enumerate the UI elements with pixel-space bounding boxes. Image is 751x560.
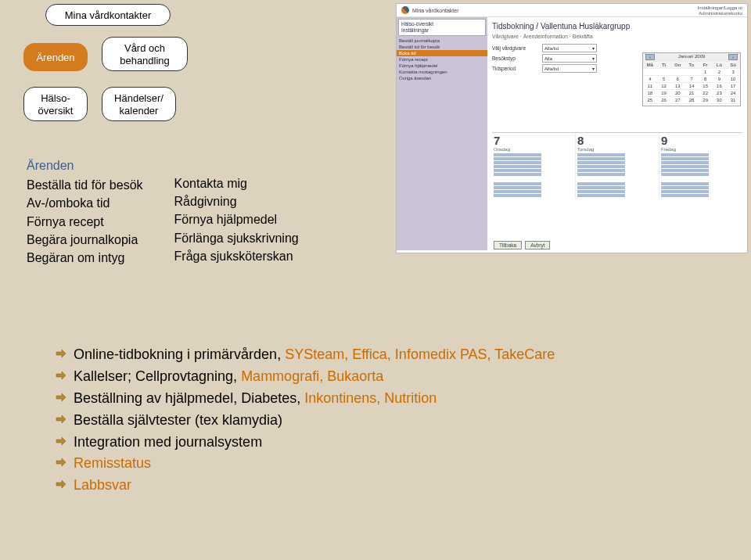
shot-buttons: Tillbaka Avbryt <box>494 241 742 249</box>
bullet-text: Beställa självtester (tex klamydia) <box>74 410 282 432</box>
sitemap-node-halso: Hälso- översikt <box>23 87 88 121</box>
bullet-row: Remisstatus <box>55 453 555 475</box>
sitemap-root: Mina vårdkontakter <box>45 4 171 26</box>
bullet-row: Labbsvar <box>55 475 555 497</box>
bullet-text: Labbsvar <box>74 475 131 497</box>
side-item: Förnya hjälpmedel <box>397 63 487 69</box>
chevron-down-icon: ▾ <box>592 56 595 61</box>
shot-sub: Vårdgivare · Ärendeinformation · Bekräft… <box>492 34 742 39</box>
arrow-bullet-icon <box>55 393 66 404</box>
bullet-row: Beställning av hjälpmedel, Diabetes, Ink… <box>55 388 555 410</box>
sitemap-node-vard: Vård och behandling <box>102 37 188 71</box>
bullet-text: Kallelser; Cellprovtagning, Mammografi, … <box>74 366 383 388</box>
day-column: 7 Onsdag <box>492 133 576 199</box>
shot-header: Mina vårdkontakter <box>397 4 747 17</box>
side-item: Kontakta mottagningen <box>397 69 487 75</box>
chevron-down-icon: ▾ <box>592 66 595 71</box>
menu-item: Begäran om intyg <box>27 249 143 267</box>
form-label: Välj vårdgivare <box>492 45 539 51</box>
shot-body: Hälso-översiktInställningar Beställ jour… <box>397 17 747 250</box>
day-column: 8 Torsdag <box>576 133 659 199</box>
cal-next[interactable]: › <box>728 54 738 60</box>
menu-item: Förnya hjälpmedel <box>174 210 299 228</box>
arrow-bullet-icon <box>55 480 66 491</box>
bullet-text: Integration med journalsystem <box>74 432 262 454</box>
bullet-row: Integration med journalsystem <box>55 432 555 454</box>
day-num: 8 <box>577 134 657 147</box>
sitemap-label: Ärenden <box>36 52 74 63</box>
day-columns: 7 Onsdag 8 Torsdag 9 Fredag <box>492 132 742 199</box>
bullet-row: Online-tidbokning i primärvården, SYStea… <box>55 344 555 366</box>
side-item: Beställ tid för besök <box>397 44 487 50</box>
form-row: Välj vårdgivare Alla/tid ▾ <box>492 44 742 52</box>
menu-item: Förnya recept <box>27 213 143 231</box>
logo-icon <box>401 6 409 14</box>
side-item: Övriga ärenden <box>397 75 487 81</box>
sitemap-label: Vård och behandling <box>120 42 170 66</box>
day-name: Fredag <box>661 147 741 152</box>
select-value: Alla <box>544 56 552 61</box>
sitemap-label: Hälso- översikt <box>38 92 74 117</box>
side-block: Hälso-översiktInställningar <box>398 19 486 36</box>
menu-item: Begära journalkopia <box>27 231 143 249</box>
menu-item: Förlänga sjukskrivning <box>174 229 299 247</box>
day-name: Onsdag <box>494 147 573 152</box>
cal-grid: MåTiOnToFrLöSö12345678910111213141516171… <box>643 61 740 106</box>
btn-label: Avbryt <box>530 242 544 248</box>
day-num: 7 <box>494 134 573 147</box>
arrow-bullet-icon <box>55 415 66 426</box>
bullet-text: Remisstatus <box>74 453 151 475</box>
sitemap-root-label: Mina vårdkontakter <box>65 9 152 21</box>
select-value: Alla/tid <box>544 66 559 71</box>
side-item-active: Boka tid <box>397 50 487 56</box>
booking-screenshot: Inställningar/Logga utAdministrationskon… <box>396 3 748 253</box>
sitemap-node-arenden: Ärenden <box>23 43 88 71</box>
menu-item: Fråga sjuksköterskan <box>174 247 299 265</box>
cal-month: Januari 2009 <box>678 54 706 60</box>
shot-sidebar: Hälso-översiktInställningar Beställ jour… <box>397 17 487 250</box>
org-select[interactable]: Alla/tid ▾ <box>542 44 597 52</box>
day-column: 9 Fredag <box>659 133 742 199</box>
btn-label: Tillbaka <box>499 242 516 248</box>
bullet-row: Kallelser; Cellprovtagning, Mammografi, … <box>55 366 555 388</box>
form-label: Tidsperiod <box>492 66 539 71</box>
menu-item: Av-/omboka tid <box>27 194 143 212</box>
bullet-list: Online-tidbokning i primärvården, SYStea… <box>55 344 555 497</box>
shot-main: Tidsbokning / Vallentuna Husläkargrupp V… <box>487 17 747 250</box>
back-button[interactable]: Tillbaka <box>494 241 522 249</box>
shot-brand: Mina vårdkontakter <box>412 8 459 13</box>
day-name: Torsdag <box>577 147 657 152</box>
menu-item: Beställa tid för besök <box>27 176 143 194</box>
sitemap-label: Händelser/ kalender <box>114 92 163 117</box>
day-num: 9 <box>661 134 741 147</box>
type-select[interactable]: Alla ▾ <box>542 54 597 63</box>
bullet-row: Beställa självtester (tex klamydia) <box>55 410 555 432</box>
arrow-bullet-icon <box>55 350 66 361</box>
bullet-text: Beställning av hjälpmedel, Diabetes, Ink… <box>74 388 437 410</box>
side-item: Beställ journalkopia <box>397 38 487 44</box>
arrow-bullet-icon <box>55 437 66 448</box>
menu-col-right: Kontakta mig Rådgivning Förnya hjälpmede… <box>174 156 299 267</box>
calendar[interactable]: ‹ Januari 2009 › MåTiOnToFrLöSö123456789… <box>642 52 741 106</box>
menu-item: Rådgivning <box>174 192 299 210</box>
bullet-text: Online-tidbokning i primärvården, SYStea… <box>74 344 555 366</box>
cal-prev[interactable]: ‹ <box>645 54 655 60</box>
cal-head: ‹ Januari 2009 › <box>643 53 740 61</box>
time-select[interactable]: Alla/tid ▾ <box>542 64 597 73</box>
cancel-button[interactable]: Avbryt <box>525 241 550 249</box>
select-value: Alla/tid <box>544 46 559 51</box>
menu-item: Kontakta mig <box>174 174 299 192</box>
sitemap-node-handelser: Händelser/ kalender <box>102 87 176 121</box>
chevron-down-icon: ▾ <box>592 45 595 51</box>
form-label: Besökstyp <box>492 56 539 61</box>
user-meta: Inställningar/Logga utAdministrationskon… <box>698 5 742 16</box>
menu-title: Ärenden <box>27 156 143 174</box>
menu-columns: Ärenden Beställa tid för besök Av-/ombok… <box>27 156 299 267</box>
side-item: Förnya recept <box>397 56 487 63</box>
arrow-bullet-icon <box>55 372 66 382</box>
arrow-bullet-icon <box>55 458 66 469</box>
menu-col-left: Ärenden Beställa tid för besök Av-/ombok… <box>27 156 143 267</box>
shot-title: Tidsbokning / Vallentuna Husläkargrupp <box>492 22 742 31</box>
